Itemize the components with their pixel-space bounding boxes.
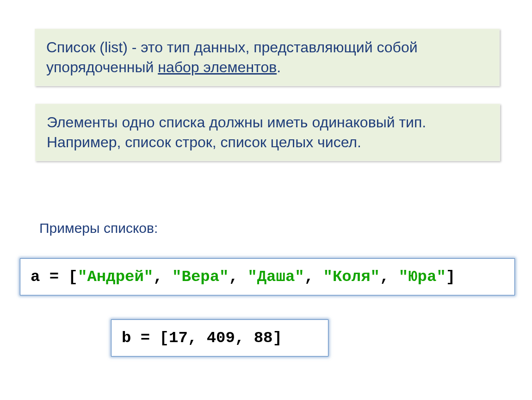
definition-text-1b: набор элементов (158, 59, 277, 75)
definition-box-2: Элементы одно списка должны иметь одинак… (35, 104, 500, 161)
code1-c4: , (380, 268, 399, 286)
definition-box-1: Список (list) - это тип данных, представ… (35, 29, 500, 86)
definition-text-2: Элементы одно списка должны иметь одинак… (47, 114, 426, 150)
code1-str2: "Вера" (172, 268, 229, 286)
code-example-2: b = [17, 409, 88] (111, 319, 328, 356)
code1-suffix: ] (446, 268, 455, 286)
code1-str5: "Юра" (399, 268, 446, 286)
code1-str4: "Коля" (323, 268, 380, 286)
code2-text: b = [17, 409, 88] (122, 329, 282, 347)
definition-text-1c: . (277, 59, 281, 75)
code1-str3: "Даша" (247, 268, 304, 286)
examples-label: Примеры списков: (39, 220, 158, 236)
code1-c1: , (153, 268, 172, 286)
code1-c3: , (304, 268, 323, 286)
code1-prefix: a = [ (31, 268, 78, 286)
code1-c2: , (229, 268, 248, 286)
code1-str1: "Андрей" (78, 268, 153, 286)
code-example-1: a = ["Андрей", "Вера", "Даша", "Коля", "… (20, 258, 515, 295)
slide: Список (list) - это тип данных, представ… (0, 0, 532, 400)
